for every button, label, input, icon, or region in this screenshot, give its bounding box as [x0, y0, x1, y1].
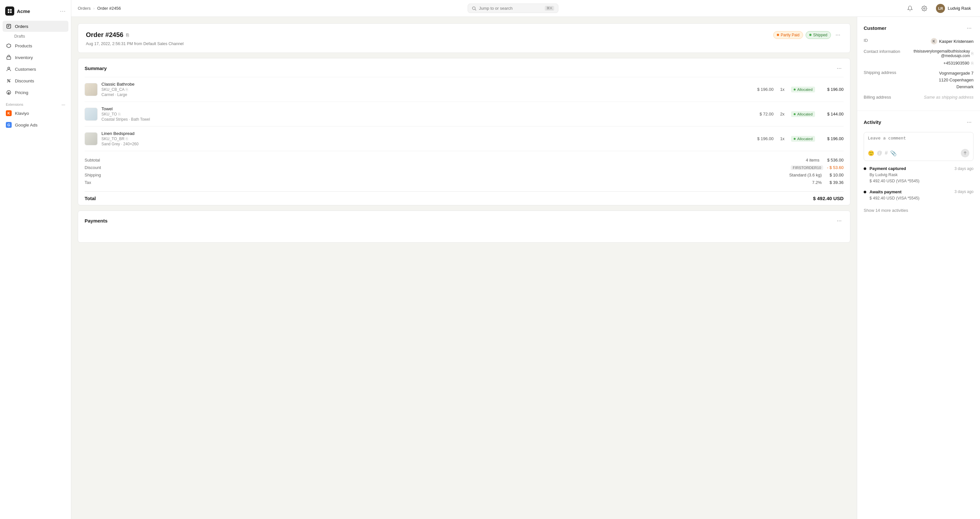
copy-phone-button[interactable]: ⎘: [971, 61, 974, 65]
summary-header: Summary ···: [78, 58, 850, 77]
notifications-button[interactable]: [905, 3, 915, 14]
item-details: Linen Bedspread SKU_TO_BR ⎘ Sand Grey · …: [102, 131, 750, 146]
customers-icon: [6, 66, 12, 72]
sidebar-item-inventory[interactable]: Inventory: [3, 52, 68, 63]
copy-order-id-button[interactable]: ⎘: [126, 32, 129, 38]
tax-row: Tax 7.2% $ 39.36: [84, 179, 843, 186]
emoji-icon[interactable]: 🙂: [868, 150, 874, 156]
partly-paid-dot: [777, 34, 779, 36]
item-sku: SKU_TO ⎘: [102, 112, 750, 117]
user-name: Ludvig Rask: [948, 6, 971, 11]
show-more-activities-button[interactable]: Show 14 more activities: [864, 207, 974, 213]
sidebar-item-klaviyo[interactable]: K Klaviyo: [3, 108, 68, 119]
collapse-extensions-btn[interactable]: —: [62, 102, 65, 106]
sidebar-item-orders[interactable]: Orders: [3, 21, 68, 32]
mention-icon[interactable]: @: [877, 150, 882, 156]
item-name: Classic Bathrobe: [102, 82, 750, 86]
activity-dot: [864, 191, 866, 193]
copy-email-button[interactable]: ⎘: [971, 51, 974, 56]
item-thumbnail: [84, 133, 97, 145]
svg-point-13: [473, 6, 476, 10]
payments-more-button[interactable]: ···: [835, 216, 843, 225]
activity-input-area[interactable]: 🙂 @ # 📎: [864, 132, 974, 161]
breadcrumb-orders[interactable]: Orders: [78, 6, 91, 11]
summary-totals: Subtotal 4 items $ 536.00 Discount FIRST…: [84, 151, 843, 189]
billing-same: Same as shipping address: [924, 95, 974, 100]
activity-time: 3 days ago: [955, 166, 974, 171]
shipping-row: Shipping Standard (3.6 kg) $ 10.00: [84, 171, 843, 179]
extensions-section: Extensions —: [3, 99, 68, 108]
subtotal-value: $ 536.00: [827, 158, 843, 163]
partly-paid-label: Partly Paid: [781, 33, 800, 37]
main-area: Orders › Order #2456 ⌘K LR Ludvig Rask: [71, 0, 980, 519]
user-menu-button[interactable]: LR Ludvig Rask: [933, 3, 974, 14]
search-bar[interactable]: ⌘K: [468, 3, 558, 13]
products-icon: [6, 43, 12, 49]
attach-icon[interactable]: 📎: [890, 150, 897, 156]
activity-entry: Payment captured 3 days ago By Ludvig Ra…: [864, 166, 974, 184]
sidebar-item-google-ads[interactable]: G Google Ads: [3, 119, 68, 130]
order-number: Order #2456: [86, 31, 124, 38]
sidebar-item-pricing[interactable]: Pricing: [3, 87, 68, 98]
tag-icon[interactable]: #: [885, 150, 888, 156]
total-label: Total: [84, 196, 96, 201]
customer-more-button[interactable]: ···: [965, 23, 974, 33]
sidebar: Acme ··· Orders Drafts Products Inventor…: [0, 0, 71, 519]
sidebar-item-drafts-label: Drafts: [14, 34, 25, 38]
summary-more-button[interactable]: ···: [835, 64, 843, 73]
svg-point-10: [9, 81, 10, 82]
item-thumbnail: [84, 83, 97, 96]
customer-section-title: Customer ···: [864, 23, 974, 33]
summary-card: Summary ··· Classic Bathrobe SKU_CB_CA: [78, 58, 850, 205]
send-icon: [963, 151, 967, 155]
copy-sku-button[interactable]: ⎘: [126, 137, 128, 141]
activity-section: Activity ··· 🙂 @ # 📎: [857, 111, 980, 219]
bell-icon: [907, 5, 913, 11]
copy-sku-button[interactable]: ⎘: [118, 112, 121, 117]
comment-input[interactable]: [868, 136, 969, 145]
discount-row: Discount FIRSTORDER10 - $ 53.60: [84, 164, 843, 171]
sidebar-item-customers-label: Customers: [15, 67, 36, 72]
sidebar-more-button[interactable]: ···: [60, 8, 66, 14]
svg-rect-1: [10, 9, 12, 11]
customer-id-row: ID K Kasper Kristensen: [864, 38, 974, 45]
search-icon: [472, 6, 476, 11]
subtotal-qty: 4 items: [806, 158, 819, 163]
extensions-label: Extensions: [6, 102, 23, 106]
activity-more-button[interactable]: ···: [965, 117, 974, 127]
shipping-value: $ 10.00: [830, 172, 843, 177]
item-details: Towel SKU_TO ⎘ Coastal Stripes · Bath To…: [102, 106, 750, 121]
item-details: Classic Bathrobe SKU_CB_CA ⎘ Carmel · La…: [102, 82, 750, 97]
item-qty: 2x: [778, 112, 787, 117]
settings-button[interactable]: [919, 3, 929, 14]
sidebar-item-drafts[interactable]: Drafts: [3, 32, 68, 40]
topbar: Orders › Order #2456 ⌘K LR Ludvig Rask: [71, 0, 980, 17]
app-logo[interactable]: Acme: [5, 6, 30, 16]
phone-row: +4531903590 ⎘: [943, 61, 974, 65]
order-title: Order #2456 ⎘: [86, 31, 129, 38]
summary-content: Classic Bathrobe SKU_CB_CA ⎘ Carmel · La…: [78, 77, 850, 205]
customer-initial-badge: K: [931, 38, 937, 45]
shipping-address: Vognmagergade 7 1120 Copenhagen Denmark: [939, 70, 974, 90]
right-panel: Customer ··· ID K Kasper Kristensen Cont…: [857, 17, 980, 519]
status-badge: Allocated: [791, 136, 815, 142]
copy-sku-button[interactable]: ⎘: [126, 87, 128, 92]
summary-title: Summary: [84, 65, 107, 71]
sidebar-item-discounts[interactable]: Discounts: [3, 75, 68, 86]
search-input[interactable]: [479, 6, 542, 11]
item-name: Linen Bedspread: [102, 131, 750, 136]
breadcrumb: Orders › Order #2456: [78, 6, 121, 11]
item-name: Towel: [102, 106, 750, 111]
discount-label: Discount: [84, 165, 101, 170]
activity-section-title: Activity ···: [864, 117, 974, 127]
item-price: $ 196.00: [754, 87, 773, 92]
discounts-icon: [6, 78, 12, 84]
send-comment-button[interactable]: [961, 149, 969, 157]
discount-value: - $ 53.60: [827, 165, 843, 170]
order-more-button[interactable]: ···: [834, 30, 842, 40]
sidebar-item-customers[interactable]: Customers: [3, 64, 68, 75]
customer-name[interactable]: Kasper Kristensen: [939, 39, 974, 44]
item-variant: Sand Grey · 240×260: [102, 142, 750, 146]
sidebar-item-products[interactable]: Products: [3, 40, 68, 51]
customer-title: Customer: [864, 25, 886, 31]
